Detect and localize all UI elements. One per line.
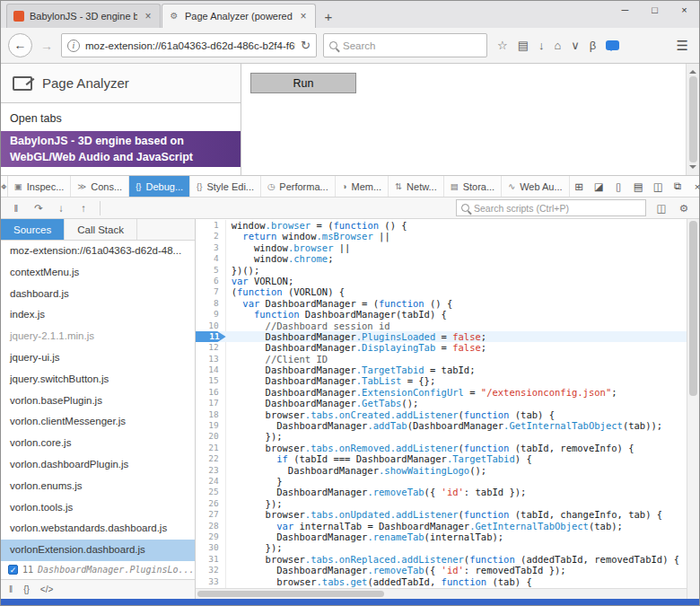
- scrollbar-thumb[interactable]: [689, 221, 697, 396]
- line-number[interactable]: 22: [196, 453, 226, 464]
- forward-button[interactable]: →: [39, 39, 55, 53]
- source-item[interactable]: moz-extension://61a04363-d62d-48...: [1, 241, 195, 262]
- settings-gear-icon[interactable]: ⚙: [673, 199, 695, 217]
- new-tab-button[interactable]: +: [317, 6, 340, 28]
- line-number[interactable]: 33: [196, 576, 226, 587]
- line-number[interactable]: 8: [196, 298, 226, 309]
- line-number[interactable]: 32: [196, 565, 226, 575]
- source-item[interactable]: vorlon.tools.js: [1, 497, 195, 519]
- pause-on-exceptions-icon[interactable]: ‖: [9, 584, 13, 594]
- browser-tab[interactable]: ⚙Page Analyzer (powered b...×: [162, 4, 316, 28]
- line-number[interactable]: 2: [196, 231, 226, 242]
- responsive-mode-icon[interactable]: ▯: [609, 180, 628, 193]
- line-number[interactable]: 24: [196, 476, 226, 487]
- downloads-icon[interactable]: ↓: [538, 40, 545, 52]
- url-input[interactable]: [85, 40, 295, 51]
- line-number[interactable]: 19: [196, 420, 226, 431]
- reload-icon[interactable]: ↻: [301, 39, 311, 52]
- code-editor[interactable]: 1window.browser = (function () {2 return…: [196, 219, 687, 599]
- url-bar[interactable]: i ↻: [61, 33, 317, 57]
- minimize-button[interactable]: ─: [610, 1, 640, 21]
- source-item[interactable]: vorlon.webstandards.dashboard.js: [1, 518, 195, 540]
- developer-edition-icon[interactable]: β: [590, 40, 596, 52]
- line-number[interactable]: 30: [196, 542, 226, 553]
- pretty-print-icon[interactable]: {}: [23, 584, 30, 594]
- line-number[interactable]: 26: [196, 498, 226, 509]
- line-number[interactable]: 9: [196, 309, 226, 320]
- source-item[interactable]: vorlon.core.js: [1, 433, 195, 454]
- source-item[interactable]: dashboard.js: [1, 284, 195, 305]
- tab-close-icon[interactable]: ×: [143, 10, 153, 22]
- pocket-icon[interactable]: ∨: [571, 40, 580, 52]
- search-input[interactable]: [343, 40, 481, 51]
- devtools-tab-debugger[interactable]: {}Debug...: [129, 176, 190, 197]
- vertical-scrollbar[interactable]: [687, 219, 699, 599]
- search-bar[interactable]: [323, 33, 487, 57]
- tab-sources[interactable]: Sources: [1, 219, 65, 240]
- undock-icon[interactable]: ⧉: [669, 180, 687, 192]
- line-number[interactable]: 11: [196, 331, 226, 342]
- devtools-tab-storage[interactable]: ▤Stora...: [444, 176, 502, 197]
- maximize-button[interactable]: □: [640, 1, 669, 21]
- dock-side-icon[interactable]: ◫: [649, 180, 668, 193]
- line-number[interactable]: 27: [196, 509, 226, 520]
- source-item[interactable]: vorlonExtension.dashboard.js: [1, 540, 195, 561]
- source-item[interactable]: vorlon.dashboardPlugin.js: [1, 454, 195, 476]
- line-number[interactable]: 15: [196, 375, 226, 386]
- source-item[interactable]: jquery-2.1.1.min.js: [1, 326, 195, 347]
- line-number[interactable]: 25: [196, 487, 226, 497]
- line-number[interactable]: 7: [196, 286, 226, 297]
- devtools-tab-web-audio[interactable]: ∿Web Au...: [502, 176, 569, 197]
- open-tab-item[interactable]: BabylonJS - 3D engine based on WebGL/Web…: [1, 131, 241, 167]
- line-number[interactable]: 16: [196, 387, 226, 398]
- line-number[interactable]: 29: [196, 531, 226, 542]
- source-item[interactable]: jquery-ui.js: [1, 347, 195, 369]
- scroll-down-icon[interactable]: [689, 165, 696, 172]
- scratchpad-icon[interactable]: ▤: [629, 180, 648, 193]
- line-number[interactable]: 3: [196, 242, 226, 253]
- line-number[interactable]: 23: [196, 465, 226, 476]
- bookmarks-menu-icon[interactable]: ▤: [518, 40, 529, 52]
- close-button[interactable]: ×: [669, 1, 699, 21]
- bookmark-star-icon[interactable]: ☆: [497, 40, 508, 52]
- step-over-button[interactable]: ↷: [28, 199, 49, 217]
- horizontal-scrollbar[interactable]: [196, 588, 687, 599]
- scroll-up-icon[interactable]: [689, 66, 696, 74]
- line-number[interactable]: 6: [196, 276, 226, 286]
- line-number[interactable]: 18: [196, 409, 226, 420]
- close-devtools-icon[interactable]: ×: [688, 181, 700, 192]
- hello-icon[interactable]: [606, 40, 619, 50]
- tab-call-stack[interactable]: Call Stack: [65, 219, 137, 240]
- tab-close-icon[interactable]: ×: [298, 10, 309, 22]
- script-search-bar[interactable]: [456, 199, 646, 216]
- line-number[interactable]: 12: [196, 342, 226, 353]
- line-number[interactable]: 28: [196, 521, 226, 531]
- source-item[interactable]: index.js: [1, 304, 195, 326]
- source-item[interactable]: vorlon.clientMessenger.js: [1, 411, 195, 433]
- step-in-button[interactable]: ↓: [50, 199, 72, 217]
- source-item[interactable]: vorlon.enums.js: [1, 476, 195, 497]
- line-number[interactable]: 20: [196, 431, 226, 442]
- source-item[interactable]: jquery.switchButton.js: [1, 369, 195, 391]
- devtools-tab-performance[interactable]: ◷Performa...: [261, 176, 336, 197]
- line-number[interactable]: 14: [196, 364, 226, 375]
- resume-pause-button[interactable]: ‖: [5, 199, 27, 217]
- dock-bottom-icon[interactable]: ◪: [590, 180, 608, 193]
- devtools-tab-style-editor[interactable]: {}Style Edi...: [190, 176, 261, 197]
- info-icon[interactable]: i: [67, 40, 80, 52]
- menu-button[interactable]: ☰: [677, 40, 692, 52]
- run-button[interactable]: Run: [250, 73, 356, 93]
- panes-toggle-button[interactable]: ◫: [651, 199, 672, 217]
- devtools-tab-memory[interactable]: ◑Mem...: [336, 176, 389, 197]
- line-number[interactable]: 21: [196, 443, 226, 453]
- step-out-button[interactable]: ↑: [73, 199, 94, 217]
- content-scrollbar[interactable]: [686, 64, 699, 175]
- toggle-panes-icon[interactable]: </>: [40, 584, 53, 594]
- source-item[interactable]: contextMenu.js: [1, 262, 195, 284]
- line-number[interactable]: 10: [196, 321, 226, 331]
- breakpoint-row[interactable]: ✓ 11 DashboardManager.PluginsLo...: [1, 561, 195, 579]
- line-number[interactable]: 31: [196, 554, 226, 565]
- pick-element-button[interactable]: ⌖: [1, 176, 8, 197]
- line-number[interactable]: 17: [196, 398, 226, 408]
- line-number[interactable]: 1: [196, 220, 226, 231]
